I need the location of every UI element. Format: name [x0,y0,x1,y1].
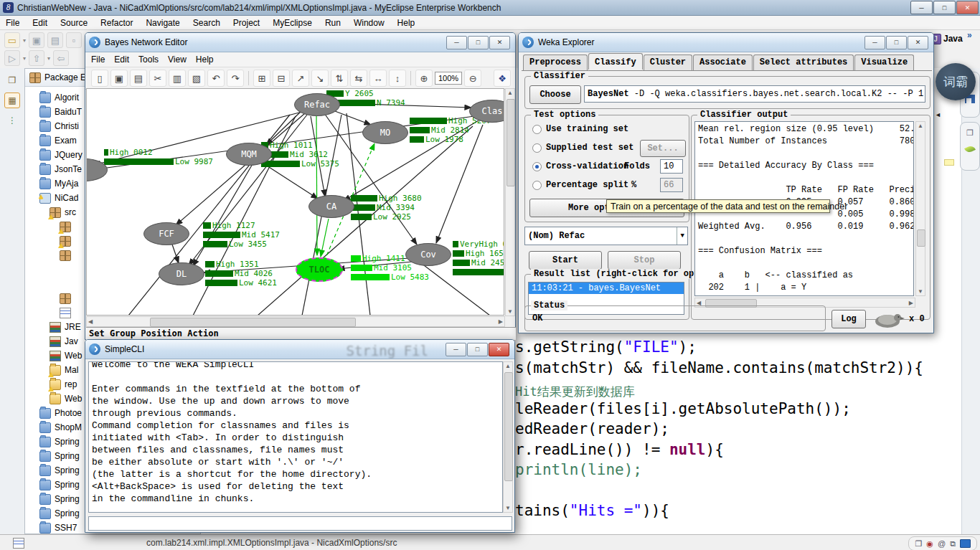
cut-icon[interactable]: ✂ [149,70,166,87]
new-icon[interactable]: ▯ [91,70,108,87]
bayes-menu-view[interactable]: View [168,54,187,65]
align-top-icon[interactable]: ⇆ [350,70,367,87]
back-icon[interactable]: ⇦ [53,50,69,66]
menu-item-search[interactable]: Search [193,18,220,28]
bayes-titlebar[interactable]: Bayes Network Editor ─ □ ✕ [85,33,515,52]
close-button[interactable]: ✕ [956,1,979,14]
zoom-level-field[interactable]: 100% [435,72,462,85]
simplecli-vertical-scrollbar[interactable]: ▲ ▼ [503,361,513,513]
save-icon[interactable]: ▣ [29,32,44,48]
at-icon[interactable]: @ [938,539,946,548]
bayes-menu-file[interactable]: File [91,54,105,65]
chevron-down-icon[interactable]: ▼ [677,227,684,245]
simplecli-command-input[interactable] [88,516,512,531]
result-list-item[interactable]: 11:03:21 - bayes.BayesNet [529,283,684,294]
new-dropdown-icon[interactable]: ▾ [23,37,26,44]
recorder-icon[interactable]: ◉ [926,539,933,549]
set-button[interactable]: Set... [640,140,686,157]
folds-field[interactable]: 10 [660,159,683,174]
add-arc-icon[interactable]: ↗ [292,70,309,87]
graph-node-MO[interactable]: MO [362,121,408,144]
simplecli-output[interactable]: Welcome to the WEKA SimpleCLI Enter comm… [88,361,503,513]
tab-select-attributes[interactable]: Select attributes [753,54,854,71]
layout-graph-icon[interactable]: ❖ [494,70,511,87]
close-button[interactable]: ✕ [489,36,510,49]
align-left-icon[interactable]: ⇅ [331,70,348,87]
choose-button[interactable]: Choose [529,85,581,104]
minimize-button[interactable]: ─ [910,1,933,14]
radio-dot[interactable] [532,181,542,190]
tab-visualize[interactable]: Visualize [854,54,914,71]
radio-supplied-test-set[interactable]: Supplied test setSet... [532,143,633,153]
run-dropdown-icon[interactable]: ▾ [47,55,50,62]
radio-dot[interactable] [532,125,542,134]
run-icon[interactable]: ⇧ [29,50,44,66]
paste-icon[interactable]: ▧ [188,70,205,87]
undo-icon[interactable]: ↶ [207,70,225,87]
classifier-command-field[interactable]: BayesNet -D -Q weka.classifiers.bayes.ne… [584,85,925,103]
menu-item-myeclipse[interactable]: MyEclipse [273,18,312,28]
minimize-button[interactable]: ─ [446,343,466,356]
redo-icon[interactable]: ↷ [227,70,244,87]
tab-preprocess[interactable]: Preprocess [523,54,588,71]
ciba-dict-badge[interactable]: 词霸 [936,63,976,100]
graph-node-Cov[interactable]: Cov [405,243,451,266]
console-monitor-icon[interactable] [960,539,971,548]
space-horizontal-icon[interactable]: ↔ [369,70,387,87]
bayes-graph-canvas[interactable]: Y 2605N 7394High 5207Mid 2814Low 1978Hig… [86,88,504,316]
weka-titlebar[interactable]: Weka Explorer ─ □ ✕ [519,33,933,52]
add-node-icon[interactable]: ⊞ [253,70,270,87]
export-code-icon[interactable]: ⧉ [950,539,956,549]
delete-node-icon[interactable]: ⊟ [273,70,290,87]
class-attribute-combo[interactable]: (Nom) Refac ▼ [524,227,688,245]
package-explorer-view-icon[interactable]: ▦ [4,93,20,108]
graph-node-DL[interactable]: DL [159,262,204,285]
save-all-icon[interactable]: ▤ [47,32,63,48]
stop-button[interactable]: Stop [608,251,681,270]
open-icon[interactable]: ▤ [130,70,147,87]
tab-associate[interactable]: Associate [693,54,753,71]
graph-node-Refac[interactable]: Refac [294,93,340,116]
menu-item-navigate[interactable]: Navigate [146,18,179,28]
output-vertical-scrollbar[interactable]: ▲ ▼ [915,121,925,296]
minimize-button[interactable]: ─ [864,36,885,49]
graph-horizontal-scrollbar[interactable]: ◀ ▶ [86,316,505,327]
bayes-menu-help[interactable]: Help [196,54,214,65]
menu-item-refactor[interactable]: Refactor [100,18,133,28]
close-button[interactable]: ✕ [908,36,928,49]
radio-dot[interactable] [532,162,542,171]
type-hierarchy-view-icon[interactable]: ⋮ [4,113,20,128]
new-wizard-icon[interactable]: ▭ [4,32,20,48]
maximize-button[interactable]: □ [467,343,488,356]
menu-item-file[interactable]: File [6,18,19,28]
simplecli-titlebar[interactable]: SimpleCLI String Fil ─ □ ✕ [85,340,514,359]
radio-dot[interactable] [532,143,542,153]
radio-use-training-set[interactable]: Use training set [532,124,628,134]
log-button[interactable]: Log [831,310,866,328]
debug-dropdown-icon[interactable]: ▾ [23,55,26,62]
delete-arc-icon[interactable]: ↘ [311,70,329,87]
minimize-button[interactable]: ─ [446,36,467,49]
collapse-arrow-icon[interactable]: ◄ [935,111,941,118]
bayes-menu-tools[interactable]: Tools [138,54,159,65]
start-button[interactable]: Start [529,251,602,270]
code-content[interactable]: s.getString("FILE");s(matchStr) && fileN… [514,338,961,526]
restore-trim-icon[interactable]: ❐ [915,539,922,549]
maximize-button[interactable]: □ [886,36,907,49]
close-button[interactable]: ✕ [489,343,509,356]
percent-field[interactable]: 66 [660,178,683,192]
debug-icon[interactable]: ▷ [4,50,20,66]
bayes-menu-edit[interactable]: Edit [114,54,129,65]
save-icon[interactable]: ▣ [110,70,128,87]
radio-percentage-split[interactable]: Percentage split%66 [532,180,628,190]
graph-node-MQM[interactable]: MQM [226,143,272,166]
menu-item-run[interactable]: Run [325,18,341,28]
space-vertical-icon[interactable]: ↕ [389,70,406,87]
print-icon[interactable]: ▫ [66,32,82,48]
menu-item-source[interactable]: Source [60,18,88,28]
maximize-button[interactable]: □ [933,1,956,14]
graph-node-TLOC[interactable]: TLOC [296,257,343,282]
restore-pane-icon[interactable]: ❐ [963,126,976,139]
restore-pane-icon[interactable]: ❐ [4,72,20,88]
perspective-java-button[interactable]: J Java [930,32,977,45]
